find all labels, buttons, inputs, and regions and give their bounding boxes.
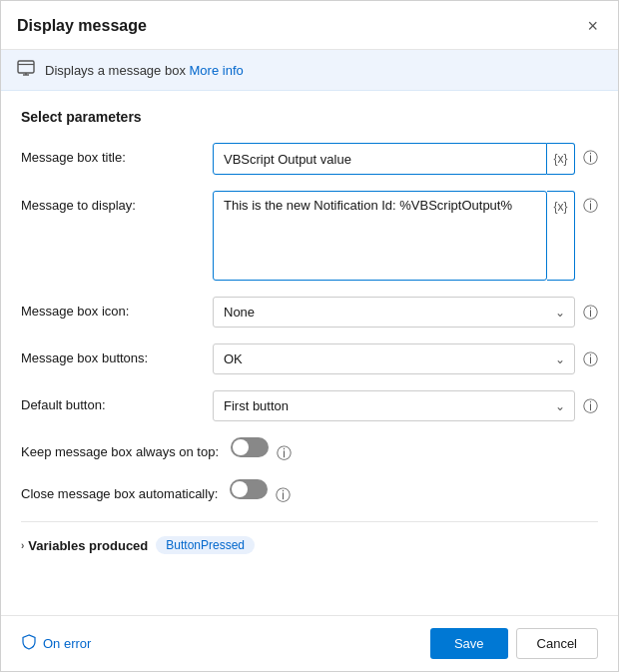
- message-box-buttons-control: OK OK - Cancel Yes - No Yes - No - Cance…: [213, 343, 598, 374]
- message-box-icon: [17, 60, 35, 80]
- footer: On error Save Cancel: [1, 615, 618, 671]
- message-box-buttons-info-icon[interactable]: ⓘ: [583, 343, 598, 369]
- dialog-title: Display message: [17, 17, 147, 35]
- default-button-row: Default button: First button Second butt…: [21, 390, 598, 421]
- section-title: Select parameters: [21, 109, 598, 125]
- message-box-title-info-icon[interactable]: ⓘ: [583, 143, 598, 168]
- message-box-buttons-label: Message box buttons:: [21, 343, 201, 365]
- message-box-icon-row: Message box icon: None Information Quest…: [21, 297, 598, 328]
- default-button-select-wrapper: First button Second button Third button …: [213, 390, 575, 421]
- message-to-display-row: Message to display: {x} ⓘ: [21, 191, 598, 281]
- variables-label: Variables produced: [28, 538, 148, 553]
- close-button[interactable]: ×: [583, 15, 602, 37]
- message-to-display-textarea[interactable]: [213, 191, 547, 281]
- keep-on-top-label: Keep message box always on top:: [21, 437, 219, 459]
- message-box-title-input[interactable]: [213, 143, 547, 175]
- keep-on-top-toggle-wrapper: [231, 437, 269, 457]
- keep-on-top-control: ⓘ: [231, 437, 598, 463]
- message-box-title-row: Message box title: {x} ⓘ: [21, 143, 598, 175]
- more-info-link[interactable]: More info: [190, 63, 244, 78]
- default-button-select[interactable]: First button Second button Third button: [213, 390, 575, 421]
- close-automatically-row: Close message box automatically: ⓘ: [21, 479, 598, 505]
- message-box-title-label: Message box title:: [21, 143, 201, 165]
- close-automatically-control: ⓘ: [230, 479, 598, 505]
- variables-toggle[interactable]: › Variables produced: [21, 538, 148, 553]
- message-box-buttons-select-wrapper: OK OK - Cancel Yes - No Yes - No - Cance…: [213, 343, 575, 374]
- message-to-display-info-icon[interactable]: ⓘ: [583, 191, 598, 216]
- message-box-icon-info-icon[interactable]: ⓘ: [583, 297, 598, 323]
- save-button[interactable]: Save: [430, 628, 508, 659]
- message-box-title-input-group: {x}: [213, 143, 575, 175]
- message-box-buttons-select[interactable]: OK OK - Cancel Yes - No Yes - No - Cance…: [213, 343, 575, 374]
- on-error-link[interactable]: On error: [21, 634, 91, 654]
- variable-badge[interactable]: ButtonPressed: [156, 536, 255, 554]
- default-button-info-icon[interactable]: ⓘ: [583, 390, 598, 416]
- keep-on-top-info-icon[interactable]: ⓘ: [277, 437, 292, 463]
- cancel-button[interactable]: Cancel: [516, 628, 598, 659]
- variables-chevron-icon: ›: [21, 540, 24, 551]
- message-box-title-control: {x} ⓘ: [213, 143, 598, 175]
- svg-rect-0: [18, 61, 34, 73]
- message-box-icon-control: None Information Question Warning Error …: [213, 297, 598, 328]
- shield-icon: [21, 634, 37, 654]
- message-box-title-suffix[interactable]: {x}: [547, 143, 575, 175]
- variables-section: › Variables produced ButtonPressed: [21, 521, 598, 564]
- keep-on-top-toggle[interactable]: [231, 437, 269, 457]
- message-box-buttons-row: Message box buttons: OK OK - Cancel Yes …: [21, 343, 598, 374]
- message-to-display-suffix[interactable]: {x}: [547, 191, 575, 281]
- default-button-label: Default button:: [21, 390, 201, 412]
- message-to-display-label: Message to display:: [21, 191, 201, 213]
- info-banner: Displays a message box More info: [1, 50, 618, 91]
- close-automatically-toggle-wrapper: [230, 479, 268, 499]
- close-automatically-info-icon[interactable]: ⓘ: [276, 479, 291, 505]
- close-automatically-label: Close message box automatically:: [21, 479, 218, 501]
- message-to-display-input-group: {x}: [213, 191, 575, 281]
- main-content: Select parameters Message box title: {x}…: [1, 91, 618, 615]
- on-error-label: On error: [43, 636, 91, 651]
- message-box-icon-label: Message box icon:: [21, 297, 201, 319]
- footer-actions: Save Cancel: [430, 628, 598, 659]
- keep-on-top-row: Keep message box always on top: ⓘ: [21, 437, 598, 463]
- default-button-control: First button Second button Third button …: [213, 390, 598, 421]
- message-box-icon-select-wrapper: None Information Question Warning Error …: [213, 297, 575, 328]
- title-bar: Display message ×: [1, 1, 618, 50]
- close-automatically-toggle[interactable]: [230, 479, 268, 499]
- message-to-display-control: {x} ⓘ: [213, 191, 598, 281]
- info-banner-text: Displays a message box More info: [45, 63, 244, 78]
- message-box-icon-select[interactable]: None Information Question Warning Error: [213, 297, 575, 328]
